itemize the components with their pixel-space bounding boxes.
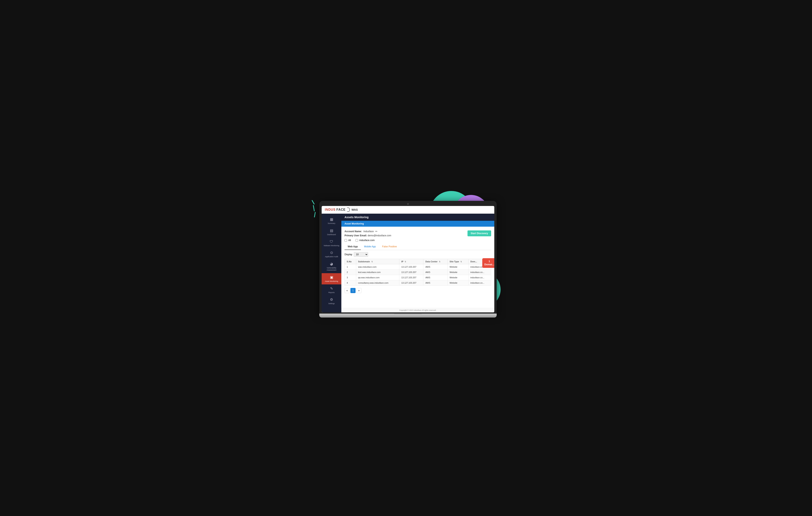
content-area: ▦ Summary ▤ Dashboard 🛡 Malware Monitori… [322, 214, 494, 312]
cell-site-type: Website [447, 269, 468, 275]
filter-checkbox-row: All indusface.com [345, 239, 491, 241]
laptop-notch [394, 314, 422, 316]
sidebar-item-asset-monitoring[interactable]: ▣ Asset Monitoring [322, 273, 341, 284]
cell-dc: AWS [423, 264, 447, 269]
col-site-type[interactable]: Site Type ⇅ [447, 259, 468, 264]
cell-ip: 13.127.103.207 [399, 264, 423, 269]
sidebar-label-asset-monitoring: Asset Monitoring [325, 280, 338, 282]
account-name-value: Indusface [364, 230, 374, 233]
sort-icon-st: ⇅ [460, 261, 462, 263]
page-header: Assets Monitoring [341, 214, 494, 221]
sidebar-label-dashboard: Dashboard [327, 234, 336, 236]
app-header: INDUS FACE WAS [322, 206, 494, 214]
cell-sno: 4 [345, 280, 356, 286]
table-row: 4 consultancy.was.indusface.com 13.127.1… [345, 280, 491, 286]
cell-dc: AWS [423, 280, 447, 286]
cell-ip: 13.127.103.207 [399, 280, 423, 286]
page-current-btn[interactable]: 1 [350, 288, 355, 293]
footer-copyright: Copyright © 2023 Indusface All rights re… [341, 308, 494, 312]
laptop-camera [407, 203, 409, 205]
logo-bracket [347, 207, 350, 212]
laptop-screen-inner: INDUS FACE WAS ▦ Summary [322, 206, 494, 312]
sidebar-item-settings[interactable]: ⚙ Settings [322, 295, 341, 307]
pagination: « 1 » [345, 288, 491, 293]
all-checkbox[interactable] [345, 239, 347, 241]
sidebar-label-vulnerability: Vulnerability Assessment [322, 267, 341, 271]
cell-ip: 13.127.103.207 [399, 269, 423, 275]
domain-badge: 1 Domai... [482, 258, 494, 268]
sort-icon-subdomain: ⇅ [371, 261, 373, 263]
tab-mobile-app[interactable]: Mobile App [361, 243, 379, 250]
sidebar-label-application-audit: Application Audit [325, 256, 338, 258]
logo-face: FACE [337, 208, 346, 211]
logo-was: WAS [351, 208, 358, 211]
cell-sno: 1 [345, 264, 356, 269]
email-label: Primary User Email: [345, 234, 367, 237]
cell-site-type: Website [447, 275, 468, 280]
display-select[interactable]: 10 25 50 100 [354, 252, 368, 257]
account-name-label: Account Name: [345, 230, 362, 233]
tab-false-positive[interactable]: False Positive [379, 243, 400, 250]
col-ip[interactable]: IP ⇅ [399, 259, 423, 264]
page-next-btn[interactable]: » [356, 288, 361, 293]
domain-checkbox-label: indusface.com [359, 239, 374, 241]
cell-dc: AWS [423, 275, 447, 280]
table-header-row: S.No Subdomain ⇅ IP ⇅ Data Center ⇅ Site… [345, 259, 491, 264]
email-value: demo@indusface.com [368, 234, 391, 237]
laptop-screen-outer: INDUS FACE WAS ▦ Summary [319, 201, 497, 314]
edit-icon[interactable]: ✏ [375, 230, 378, 233]
cell-ip: 13.127.103.207 [399, 275, 423, 280]
settings-icon: ⚙ [330, 297, 333, 302]
main-wrapper: Assets Monitoring Asset Monitoring [341, 214, 494, 312]
dashboard-icon: ▤ [330, 228, 333, 233]
active-tab-label: Asset Monitoring [345, 222, 364, 225]
vulnerability-icon: ◕ [330, 262, 333, 266]
reports-icon: ✎ [330, 286, 333, 291]
display-label: Display [345, 253, 352, 256]
main-panel: Asset Monitoring Account [341, 221, 494, 308]
app: INDUS FACE WAS ▦ Summary [322, 206, 494, 312]
assets-table: S.No Subdomain ⇅ IP ⇅ Data Center ⇅ Site… [345, 259, 491, 286]
domain-checkbox[interactable] [355, 239, 358, 241]
cell-site-type: Website [447, 280, 468, 286]
account-name-row: Account Name: Indusface ✏ [345, 230, 391, 233]
sidebar-label-settings: Settings [328, 303, 335, 305]
cell-subdomain: qa.was.indusface.com [356, 275, 399, 280]
sidebar-item-malware-monitoring[interactable]: 🛡 Malware Monitoring [322, 238, 341, 249]
sidebar-item-reports[interactable]: ✎ Reports [322, 284, 341, 296]
summary-icon: ▦ [330, 217, 333, 222]
cell-subdomain: test.was.indusface.com [356, 269, 399, 275]
domain-badge-count: 1 [489, 260, 490, 263]
table-row: 1 was.indusface.com 13.127.103.207 AWS W… [345, 264, 491, 269]
page-title: Assets Monitoring [345, 216, 369, 219]
cell-domain: indusface.co... [468, 275, 491, 280]
cell-sno: 3 [345, 275, 356, 280]
email-row: Primary User Email: demo@indusface.com [345, 234, 391, 237]
table-body: 1 was.indusface.com 13.127.103.207 AWS W… [345, 264, 491, 286]
asset-monitoring-icon: ▣ [330, 275, 333, 280]
col-data-center[interactable]: Data Center ⇅ [423, 259, 447, 264]
laptop: INDUS FACE WAS ▦ Summary [319, 201, 497, 317]
sidebar-item-vulnerability[interactable]: ◕ Vulnerability Assessment [322, 260, 341, 273]
account-left: Account Name: Indusface ✏ Primary User E… [345, 230, 391, 237]
sort-icon-ip: ⇅ [405, 261, 406, 263]
panel-body: Account Name: Indusface ✏ Primary User E… [341, 227, 494, 296]
cell-site-type: Website [447, 264, 468, 269]
start-discovery-button[interactable]: Start Discovery [467, 230, 491, 236]
logo: INDUS FACE WAS [325, 207, 358, 212]
table-row: 3 qa.was.indusface.com 13.127.103.207 AW… [345, 275, 491, 280]
tab-web-app[interactable]: Web App [345, 243, 361, 250]
sidebar-label-malware: Malware Monitoring [324, 245, 339, 247]
sidebar-item-application-audit[interactable]: ⊙ Application Audit [322, 249, 341, 260]
malware-icon: 🛡 [330, 240, 333, 244]
col-subdomain[interactable]: Subdomain ⇅ [356, 259, 399, 264]
sub-tabs: Web App Mobile App False Positive [345, 243, 491, 250]
sidebar: ▦ Summary ▤ Dashboard 🛡 Malware Monitori… [322, 214, 341, 312]
sidebar-item-dashboard[interactable]: ▤ Dashboard [322, 226, 341, 238]
page-first-btn[interactable]: « [345, 288, 350, 293]
cell-sno: 2 [345, 269, 356, 275]
domain-badge-label: Domai... [484, 263, 494, 266]
application-audit-icon: ⊙ [330, 251, 333, 255]
account-info-row: Account Name: Indusface ✏ Primary User E… [345, 230, 491, 237]
sidebar-item-summary[interactable]: ▦ Summary [322, 215, 341, 226]
